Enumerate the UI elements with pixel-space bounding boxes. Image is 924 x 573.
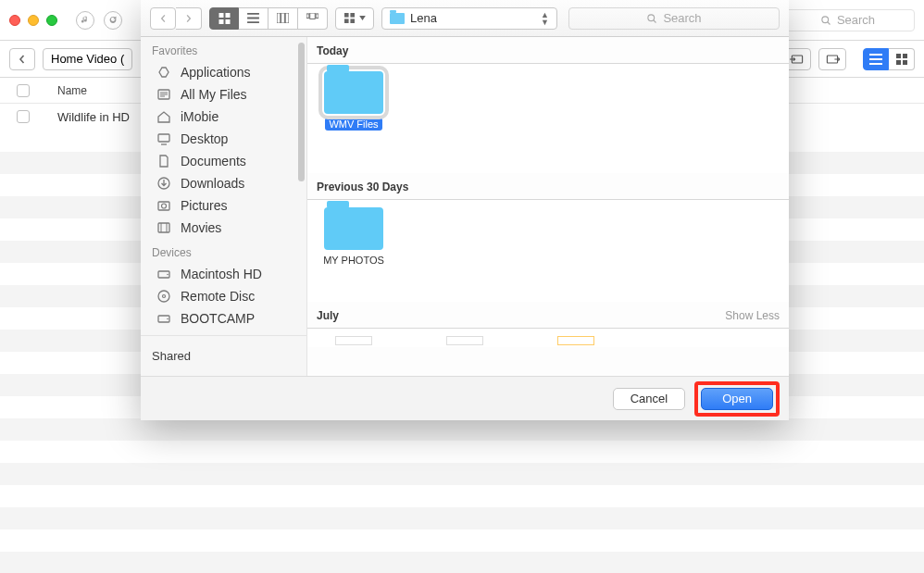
category-dropdown[interactable]: Home Video ( <box>43 48 132 70</box>
sidebar-item-label: Pictures <box>181 198 228 213</box>
svg-rect-14 <box>285 13 289 23</box>
minimize-window-button[interactable] <box>28 15 39 26</box>
svg-point-31 <box>167 274 169 276</box>
svg-point-32 <box>158 291 169 302</box>
thumbnail-placeholder[interactable] <box>557 336 594 345</box>
file-browser-content: Today WMV Files Previous 30 Days MY PHOT… <box>307 37 789 376</box>
group-body-july <box>307 329 789 347</box>
desktop-icon <box>156 131 172 146</box>
svg-rect-13 <box>281 13 285 23</box>
refresh-icon[interactable] <box>104 11 122 30</box>
svg-rect-15 <box>310 13 316 19</box>
list-view-btn[interactable] <box>239 7 268 30</box>
back-button[interactable] <box>9 48 35 70</box>
group-body-today: WMV Files <box>307 64 789 173</box>
dialog-toolbar: Lena ▲▼ Search <box>141 0 789 37</box>
thumbnail-placeholder[interactable] <box>446 336 483 345</box>
file-item-wmv-files[interactable]: WMV Files <box>317 71 391 169</box>
main-search-field[interactable]: Search <box>780 9 915 31</box>
svg-rect-18 <box>344 13 349 18</box>
column-view-btn[interactable] <box>268 7 298 30</box>
applications-icon <box>156 65 172 80</box>
sidebar-item-documents[interactable]: Documents <box>141 150 306 172</box>
open-button-highlight: Open <box>694 381 780 417</box>
main-app-window: Search Home Video ( Name <box>0 0 924 573</box>
dialog-search-field[interactable]: Search <box>568 7 780 30</box>
folder-icon <box>324 71 383 114</box>
category-label: Home Video ( <box>51 52 124 66</box>
sidebar-scrollbar[interactable] <box>298 43 305 181</box>
chevron-up-down-icon: ▲▼ <box>541 11 549 26</box>
sidebar-divider <box>141 335 306 336</box>
sidebar-item-bootcamp[interactable]: BOOTCAMP <box>141 307 306 330</box>
dialog-sidebar: Favorites Applications All My Files iMob… <box>141 37 307 376</box>
svg-rect-25 <box>158 134 169 142</box>
all-files-icon <box>156 87 172 102</box>
row-checkbox[interactable] <box>17 110 30 123</box>
svg-rect-29 <box>158 223 169 232</box>
forward-nav-button[interactable] <box>176 7 202 30</box>
zoom-window-button[interactable] <box>46 15 57 26</box>
location-label: Lena <box>410 11 437 25</box>
dialog-footer: Cancel Open <box>141 376 789 420</box>
sidebar-item-label: Movies <box>181 220 221 235</box>
svg-rect-10 <box>219 19 223 24</box>
thumbnail-placeholder[interactable] <box>335 336 372 345</box>
open-file-dialog: Lena ▲▼ Search Favorites Applications Al… <box>141 0 789 420</box>
file-name-label: WMV Files <box>325 118 381 131</box>
file-name-label: MY PHOTOS <box>319 254 388 267</box>
svg-point-35 <box>167 318 169 320</box>
open-button[interactable]: Open <box>701 388 773 410</box>
sidebar-item-label: Remote Disc <box>181 289 255 304</box>
svg-point-0 <box>822 16 829 22</box>
documents-icon <box>156 154 172 168</box>
export-icon[interactable] <box>818 48 846 70</box>
sidebar-item-macintosh-hd[interactable]: Macintosh HD <box>141 263 306 285</box>
sidebar-item-label: Macintosh HD <box>181 267 262 281</box>
svg-point-22 <box>648 14 655 20</box>
sidebar-item-pictures[interactable]: Pictures <box>141 194 306 217</box>
downloads-icon <box>156 176 172 191</box>
pictures-icon <box>156 198 172 213</box>
back-nav-button[interactable] <box>150 7 176 30</box>
shared-section-title: Shared <box>141 342 306 367</box>
show-less-link[interactable]: Show Less <box>725 309 780 322</box>
select-all-checkbox[interactable] <box>17 84 30 97</box>
sidebar-item-imobie[interactable]: iMobie <box>141 106 306 128</box>
list-view-button[interactable] <box>863 48 889 70</box>
group-title: Previous 30 Days <box>317 181 408 193</box>
file-item-my-photos[interactable]: MY PHOTOS <box>317 207 391 298</box>
close-window-button[interactable] <box>9 15 20 26</box>
svg-rect-6 <box>896 60 901 65</box>
group-title: Today <box>317 44 348 57</box>
sidebar-item-label: All My Files <box>181 87 247 102</box>
sidebar-item-all-my-files[interactable]: All My Files <box>141 83 306 106</box>
svg-rect-11 <box>225 19 230 24</box>
folder-icon <box>390 13 405 24</box>
folder-icon <box>324 207 383 250</box>
sidebar-item-desktop[interactable]: Desktop <box>141 128 306 150</box>
cancel-button[interactable]: Cancel <box>613 388 685 410</box>
sidebar-item-label: Applications <box>181 65 251 80</box>
svg-rect-21 <box>350 19 355 23</box>
music-icon[interactable] <box>76 11 94 30</box>
svg-rect-12 <box>277 13 281 23</box>
svg-rect-16 <box>306 14 309 19</box>
svg-rect-5 <box>903 54 907 58</box>
sidebar-item-applications[interactable]: Applications <box>141 61 306 83</box>
disc-icon <box>156 289 172 304</box>
group-title: July <box>317 309 339 322</box>
svg-point-28 <box>162 204 167 208</box>
hdd-icon <box>156 311 172 326</box>
column-name: Name <box>57 84 87 97</box>
coverflow-view-btn[interactable] <box>298 7 328 30</box>
grid-view-button[interactable] <box>889 48 915 70</box>
icon-view-button[interactable] <box>209 7 239 30</box>
group-by-dropdown[interactable] <box>335 7 374 30</box>
sidebar-item-movies[interactable]: Movies <box>141 217 306 239</box>
svg-point-33 <box>163 295 166 298</box>
svg-rect-27 <box>158 202 169 210</box>
location-dropdown[interactable]: Lena ▲▼ <box>381 7 557 30</box>
sidebar-item-downloads[interactable]: Downloads <box>141 172 306 194</box>
sidebar-item-remote-disc[interactable]: Remote Disc <box>141 285 306 307</box>
